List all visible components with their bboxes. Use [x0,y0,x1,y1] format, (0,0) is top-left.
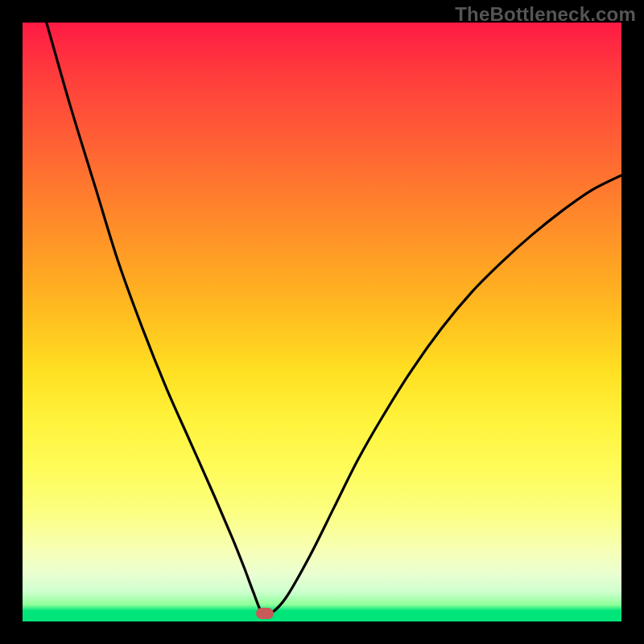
chart-frame: TheBottleneck.com [0,0,644,644]
plot-area [23,23,621,621]
curve-min-marker [256,608,274,619]
curve-svg [23,23,621,621]
bottleneck-curve [23,23,621,615]
watermark-text: TheBottleneck.com [455,3,636,26]
